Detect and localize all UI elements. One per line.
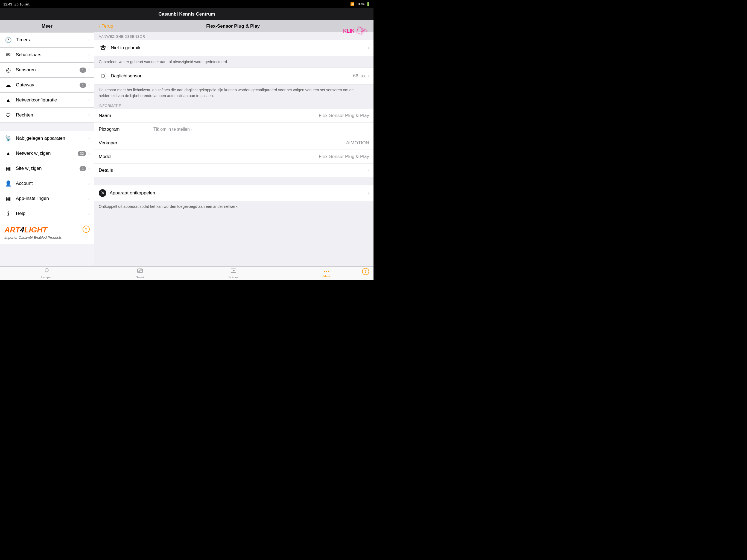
presence-row[interactable]: Niet in gebruik › xyxy=(94,40,374,56)
presence-label: Niet in gebruik xyxy=(111,45,368,51)
info-row-pictogram[interactable]: Pictogram Tik om in te stellen › xyxy=(94,123,374,136)
daylight-icon xyxy=(99,72,107,80)
app-instellingen-icon: ▦ xyxy=(4,195,12,202)
info-value-verkoper: AIMOTION xyxy=(153,140,369,146)
details-chevron: › xyxy=(367,168,369,173)
help-bottom-right-button[interactable]: ? xyxy=(362,268,369,277)
presence-icon xyxy=(99,44,107,52)
info-row-details[interactable]: Details › xyxy=(94,163,374,177)
gateway-icon: ☁ xyxy=(4,81,12,89)
presence-chevron: › xyxy=(368,45,369,50)
sidebar-item-schakelaars[interactable]: ✉ Schakelaars › xyxy=(0,48,94,62)
tab-lampen[interactable]: Lampen xyxy=(0,266,94,280)
rechten-chevron: › xyxy=(88,113,90,118)
spacer xyxy=(94,177,374,185)
timers-chevron: › xyxy=(88,37,90,42)
sensoren-chevron: › xyxy=(88,68,90,73)
nabijgelegen-chevron: › xyxy=(88,136,90,141)
sidebar-label-gateway: Gateway xyxy=(16,82,80,88)
info-row-verkoper: Verkoper AIMOTION xyxy=(94,136,374,150)
daylight-value: 66 lux xyxy=(353,73,365,79)
sidebar-item-sensoren[interactable]: ◎ Sensoren 1 › xyxy=(0,62,94,78)
svg-rect-12 xyxy=(46,272,48,272)
info-label-pictogram: Pictogram xyxy=(99,127,153,132)
date: Zo 10 jan. xyxy=(15,2,30,6)
sidebar-label-timers: Timers xyxy=(16,37,88,43)
nabijgelegen-icon: 📡 xyxy=(4,134,12,142)
tab-meer[interactable]: ••• Meer xyxy=(280,266,374,280)
svg-rect-16 xyxy=(140,269,142,271)
daylight-chevron: › xyxy=(368,74,369,78)
netwerkconfiguratie-icon: ▲ xyxy=(4,96,12,104)
netwerk-wijzigen-chevron: › xyxy=(88,151,90,156)
account-chevron: › xyxy=(88,181,90,186)
sidebar-help-button[interactable]: ? xyxy=(83,226,90,234)
info-row-naam: Naam Flex-Sensor Plug & Play xyxy=(94,109,374,123)
sidebar-divider-1 xyxy=(0,123,94,131)
info-label-details: Details xyxy=(99,168,153,173)
sidebar-label-nabijgelegen: Nabijgelegen apparaten xyxy=(16,136,88,141)
presence-description: Controleert wat er gebeurt wanneer aan- … xyxy=(94,56,374,68)
info-label-model: Model xyxy=(99,154,153,159)
daylight-description: De sensor meet het lichtniveau en scènes… xyxy=(94,84,374,101)
galerij-tab-icon: A xyxy=(137,268,143,275)
netwerk-wijzigen-badge: 32 xyxy=(78,151,86,156)
disconnect-row[interactable]: ✕ Apparaat ontkoppelen › xyxy=(94,185,374,201)
disconnect-label: Apparaat ontkoppelen xyxy=(110,190,368,196)
app-title: Casambi Kennis Centrum xyxy=(159,11,215,17)
sidebar: Meer 🕐 Timers › ✉ Schakelaars › ◎ Sensor… xyxy=(0,20,94,266)
main-layout: Meer 🕐 Timers › ✉ Schakelaars › ◎ Sensor… xyxy=(0,20,374,266)
svg-point-3 xyxy=(102,75,104,77)
info-label-naam: Naam xyxy=(99,113,153,119)
svg-line-11 xyxy=(101,78,102,78)
sidebar-item-netwerkconfiguratie[interactable]: ▲ Netwerkconfiguratie › xyxy=(0,93,94,108)
time: 12:43 xyxy=(3,2,12,6)
tab-scenes[interactable]: Scènes xyxy=(187,266,280,280)
tab-label-scenes: Scènes xyxy=(228,276,238,279)
lampen-tab-icon xyxy=(44,268,50,275)
pictogram-chevron: › xyxy=(191,127,192,132)
tab-label-lampen: Lampen xyxy=(41,276,52,279)
tab-label-meer: Meer xyxy=(324,275,330,278)
svg-text:?: ? xyxy=(364,269,367,274)
tab-bar: Lampen A Galerij Scènes ••• Meer xyxy=(0,266,374,280)
battery: 100% xyxy=(356,2,364,6)
tab-galerij[interactable]: A Galerij xyxy=(94,266,187,280)
daylight-label: Daglichtsensor xyxy=(111,73,353,79)
detail-nav: ‹ Terug Flex-Sensor Plug & Play xyxy=(94,20,374,32)
sidebar-label-site-wijzigen: Site wijzigen xyxy=(16,166,80,171)
status-bar-right: 📶 100% 🔋 xyxy=(350,2,370,6)
sensoren-icon: ◎ xyxy=(4,66,12,74)
sidebar-label-schakelaars: Schakelaars xyxy=(16,52,88,58)
sidebar-item-site-wijzigen[interactable]: ▦ Site wijzigen 1 › xyxy=(0,161,94,176)
app-instellingen-chevron: › xyxy=(88,196,90,201)
detail-panel: ‹ Terug Flex-Sensor Plug & Play AANWEZIG… xyxy=(94,20,374,266)
info-value-pictogram[interactable]: Tik om in te stellen › xyxy=(153,127,192,132)
sidebar-item-help[interactable]: ℹ Help › xyxy=(0,206,94,221)
sidebar-item-nabijgelegen[interactable]: 📡 Nabijgelegen apparaten › xyxy=(0,131,94,146)
sidebar-item-gateway[interactable]: ☁ Gateway 1 › xyxy=(0,78,94,93)
meer-tab-icon: ••• xyxy=(324,269,330,274)
sidebar-item-account[interactable]: 👤 Account › xyxy=(0,176,94,191)
svg-line-10 xyxy=(105,74,106,75)
sidebar-item-timers[interactable]: 🕐 Timers › xyxy=(0,32,94,48)
daylight-row[interactable]: Daglichtsensor 66 lux › xyxy=(94,68,374,84)
schakelaars-icon: ✉ xyxy=(4,51,12,59)
timers-icon: 🕐 xyxy=(4,36,12,44)
gateway-chevron: › xyxy=(88,82,90,87)
section-header-info: INFORMATIE xyxy=(94,101,374,109)
svg-point-2 xyxy=(102,46,104,48)
info-value-naam: Flex-Sensor Plug & Play xyxy=(153,113,369,119)
schakelaars-chevron: › xyxy=(88,52,90,57)
back-chevron: ‹ xyxy=(99,23,101,29)
netwerkconfiguratie-chevron: › xyxy=(88,98,90,103)
sidebar-item-rechten[interactable]: 🛡 Rechten › xyxy=(0,108,94,123)
sidebar-label-account: Account xyxy=(16,181,88,186)
sidebar-item-netwerk-wijzigen[interactable]: ▲ Netwerk wijzigen 32 › xyxy=(0,146,94,161)
wifi-icon: 📶 xyxy=(350,2,354,6)
back-button[interactable]: ‹ Terug xyxy=(99,23,113,29)
site-wijzigen-badge: 1 xyxy=(80,166,86,171)
sidebar-item-app-instellingen[interactable]: ▦ App-instellingen › xyxy=(0,191,94,206)
rechten-icon: 🛡 xyxy=(4,111,12,119)
sidebar-label-netwerk-wijzigen: Netwerk wijzigen xyxy=(16,151,78,156)
